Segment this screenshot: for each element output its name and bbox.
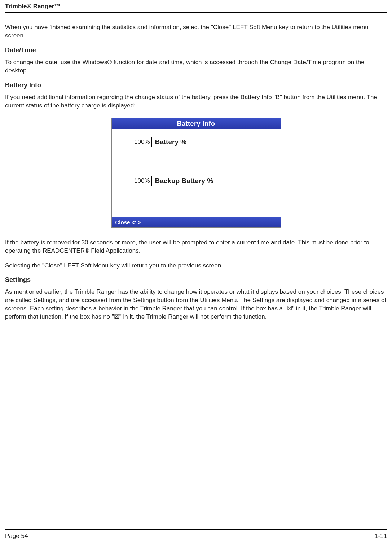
battery-percent-label: Battery %: [155, 138, 187, 146]
battery-info-body2: If the battery is removed for 30 seconds…: [5, 239, 387, 255]
footer-rule: [5, 529, 387, 530]
backup-battery-percent-value: 100%: [125, 176, 152, 186]
document-header-title: Trimble® Ranger™: [5, 3, 387, 12]
battery-percent-value: 100%: [125, 137, 152, 147]
datetime-body: To change the date, use the Windows® fun…: [5, 58, 387, 75]
intro-paragraph: When you have finished examining the sta…: [5, 23, 387, 40]
datetime-heading: Date/Time: [5, 47, 387, 54]
footer: Page 54 1-11: [5, 532, 387, 540]
backup-battery-percent-label: Backup Battery %: [155, 177, 213, 185]
battery-info-body3: Selecting the "Close" LEFT Soft Menu key…: [5, 262, 387, 270]
settings-heading: Settings: [5, 276, 387, 284]
battery-info-heading: Battery Info: [5, 81, 387, 89]
footer-page-left: Page 54: [5, 532, 28, 540]
footer-page-right: 1-11: [375, 532, 387, 540]
settings-body: As mentioned earlier, the Trimble Ranger…: [5, 288, 387, 321]
softkey-bar: Close <¶>: [112, 217, 281, 227]
battery-info-window: Battery Info 100% Battery % 100% Backup …: [111, 118, 281, 228]
backup-battery-percent-row: 100% Backup Battery %: [125, 176, 270, 186]
battery-info-body1: If you need additional information regar…: [5, 93, 387, 110]
close-softkey[interactable]: Close <¶>: [115, 219, 141, 225]
header-rule: [5, 12, 387, 13]
battery-info-titlebar: Battery Info: [112, 118, 281, 129]
battery-screenshot: Battery Info 100% Battery % 100% Backup …: [5, 118, 387, 228]
battery-info-body: 100% Battery % 100% Backup Battery %: [112, 129, 281, 217]
battery-percent-row: 100% Battery %: [125, 137, 270, 147]
